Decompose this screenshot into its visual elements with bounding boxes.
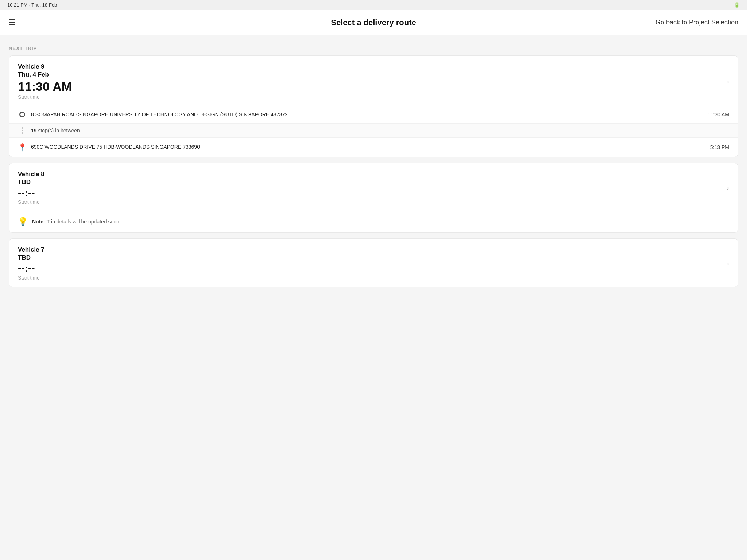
destination-icon: 📍: [18, 143, 27, 152]
main-content: NEXT TRIP Vehicle 9 Thu, 4 Feb 11:30 AM …: [0, 35, 747, 300]
header: ☰ Select a delivery route Go back to Pro…: [0, 10, 747, 35]
vehicle-card-v8-header[interactable]: Vehicle 8 TBD --:-- Start time ›: [9, 163, 738, 211]
origin-address: 8 SOMAPAH ROAD SINGAPORE UNIVERSITY OF T…: [31, 111, 702, 118]
pin-destination-icon: 📍: [18, 143, 27, 152]
destination-time: 5:13 PM: [710, 144, 729, 150]
dot-3: [22, 132, 23, 134]
vehicle-card-v7-info: Vehicle 7 TBD --:-- Start time: [18, 246, 727, 281]
vehicle-7-time: --:--: [18, 263, 727, 274]
stops-dotted-icon: [18, 127, 27, 134]
chevron-right-icon-v8: ›: [727, 183, 729, 192]
menu-icon[interactable]: ☰: [9, 18, 16, 27]
bulb-icon: 💡: [18, 217, 28, 226]
stops-row: 19 stop(s) in between: [9, 124, 738, 138]
route-origin-row: 8 SOMAPAH ROAD SINGAPORE UNIVERSITY OF T…: [9, 106, 738, 123]
chevron-right-icon-v7: ›: [727, 259, 729, 268]
route-destination-row: 📍 690C WOODLANDS DRIVE 75 HDB-WOODLANDS …: [9, 138, 738, 157]
vehicle-card-v9: Vehicle 9 Thu, 4 Feb 11:30 AM Start time…: [9, 55, 738, 157]
note-row-v8: 💡 Note: Trip details will be updated soo…: [9, 211, 738, 232]
vehicle-7-name: Vehicle 7: [18, 246, 727, 253]
vehicle-9-time: 11:30 AM: [18, 80, 727, 93]
vehicle-9-date: Thu, 4 Feb: [18, 71, 727, 78]
vehicle-card-v9-info: Vehicle 9 Thu, 4 Feb 11:30 AM Start time: [18, 63, 727, 100]
section-label: NEXT TRIP: [9, 46, 738, 51]
vehicle-8-name: Vehicle 8: [18, 171, 727, 178]
dot-1: [22, 127, 23, 129]
status-bar-time: 10:21 PM · Thu, 18 Feb: [7, 2, 57, 8]
vehicle-8-note: 💡 Note: Trip details will be updated soo…: [9, 211, 738, 232]
vehicle-7-date: TBD: [18, 254, 727, 261]
destination-address: 690C WOODLANDS DRIVE 75 HDB-WOODLANDS SI…: [31, 144, 704, 150]
note-text-v8: Note: Trip details will be updated soon: [32, 219, 119, 225]
vehicle-card-v7: Vehicle 7 TBD --:-- Start time ›: [9, 238, 738, 287]
origin-time: 11:30 AM: [708, 112, 729, 117]
vehicle-8-date: TBD: [18, 179, 727, 186]
page-title: Select a delivery route: [331, 18, 416, 27]
vehicle-8-start-label: Start time: [18, 199, 727, 205]
vehicle-card-v7-header[interactable]: Vehicle 7 TBD --:-- Start time ›: [9, 239, 738, 287]
vehicle-7-start-label: Start time: [18, 275, 727, 281]
status-bar: 10:21 PM · Thu, 18 Feb 🔋: [0, 0, 747, 10]
stops-label: stop(s) in between: [38, 128, 80, 133]
status-bar-battery: 🔋: [734, 2, 740, 8]
note-body: Trip details will be updated soon: [45, 219, 119, 225]
stops-text: 19 stop(s) in between: [31, 128, 80, 133]
vehicle-card-v8-info: Vehicle 8 TBD --:-- Start time: [18, 171, 727, 205]
vehicle-card-v8: Vehicle 8 TBD --:-- Start time › 💡 Note:…: [9, 163, 738, 233]
chevron-right-icon: ›: [727, 77, 729, 86]
vehicle-9-route: 8 SOMAPAH ROAD SINGAPORE UNIVERSITY OF T…: [9, 106, 738, 156]
vehicle-8-time: --:--: [18, 187, 727, 199]
origin-icon: [18, 112, 27, 117]
back-to-project-button[interactable]: Go back to Project Selection: [655, 19, 738, 26]
vehicle-card-v9-header[interactable]: Vehicle 9 Thu, 4 Feb 11:30 AM Start time…: [9, 56, 738, 106]
stops-count: 19: [31, 128, 37, 133]
dot-2: [22, 130, 23, 131]
note-prefix: Note:: [32, 219, 45, 225]
vehicle-9-name: Vehicle 9: [18, 63, 727, 70]
vehicle-9-start-label: Start time: [18, 94, 727, 100]
circle-origin-icon: [19, 112, 25, 117]
